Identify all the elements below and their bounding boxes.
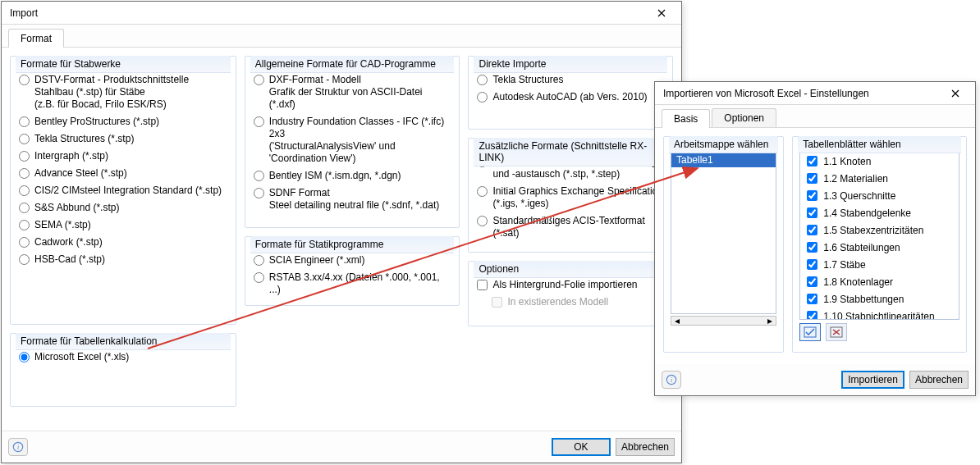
workbook-listbox[interactable]: Tabelle1 [671, 152, 776, 314]
import-buttonbar: i OK Abbrechen [2, 431, 681, 463]
sheet-row-0[interactable]: 1.1 Knoten [800, 153, 959, 170]
radio-stabwerke-input-7[interactable] [19, 220, 30, 230]
close-icon[interactable] [647, 4, 676, 22]
svg-text:i: i [671, 376, 672, 384]
tab-format[interactable]: Format [8, 29, 64, 48]
radio-stabwerke-input-1[interactable] [19, 116, 30, 127]
cancel-button[interactable]: Abbrechen [909, 371, 969, 389]
sheet-row-7[interactable]: 1.8 Knotenlager [800, 273, 959, 290]
radio-stabwerke-input-4[interactable] [19, 168, 30, 179]
sheet-check-1[interactable] [807, 173, 817, 184]
tab-basis[interactable]: Basis [662, 109, 710, 128]
cancel-button[interactable]: Abbrechen [616, 438, 675, 456]
sheet-label-7: 1.8 Knotenlager [823, 276, 893, 288]
radio-rxlink-input-2[interactable] [477, 216, 488, 226]
legend-cad: Allgemeine Formate für CAD-Programme [250, 56, 455, 73]
radio-direkt-0[interactable]: Tekla Structures [475, 71, 666, 89]
scroll-right-icon[interactable]: ▸ [764, 317, 776, 325]
group-tabellenkalkulation: Formate für Tabellenkalkulation Microsof… [10, 333, 236, 407]
check-existierendes-modell: In existierendes Modell [475, 294, 666, 311]
radio-rxlink-1[interactable]: Initial Graphics Exchange Specification … [475, 183, 666, 212]
radio-cad-1[interactable]: Industry Foundation Classes - IFC (*.ifc… [252, 113, 453, 167]
radio-stabwerke-sub-0: (z.B. für Bocad, Frilo ESK/RS) [34, 98, 227, 111]
radio-cad-input-0[interactable] [254, 75, 264, 85]
sheet-check-7[interactable] [807, 276, 817, 287]
radio-stabwerke-input-9[interactable] [19, 254, 30, 265]
radio-statik-input-1[interactable] [254, 272, 264, 283]
import-button[interactable]: Importieren [841, 371, 904, 389]
settings-title: Importieren von Microsoft Excel - Einste… [663, 88, 941, 99]
sheet-check-2[interactable] [807, 190, 817, 201]
radio-stabwerke-0[interactable]: DSTV-Format - Produktschnittstelle Stahl… [17, 71, 229, 113]
sheet-row-6[interactable]: 1.7 Stäbe [800, 256, 959, 273]
legend-sheets: Tabellenblätter wählen [798, 136, 961, 153]
radio-stabwerke-2[interactable]: Tekla Structures (*.stp) [17, 130, 229, 148]
radio-stabwerke-6[interactable]: S&S Abbund (*.stp) [17, 199, 229, 217]
sheet-row-8[interactable]: 1.9 Stabbettungen [800, 290, 959, 308]
help-icon[interactable]: i [8, 438, 28, 456]
help-icon[interactable]: i [662, 371, 681, 389]
radio-cad-0[interactable]: DXF-Format - ModellGrafik der Struktur v… [252, 71, 453, 113]
radio-cad-input-3[interactable] [254, 188, 264, 198]
radio-stabwerke-4[interactable]: Advance Steel (*.stp) [17, 165, 229, 182]
radio-direkt-input-0[interactable] [477, 75, 488, 85]
close-icon[interactable] [941, 84, 970, 103]
radio-microsoft-excel[interactable]: Microsoft Excel (*.xls) [17, 349, 229, 366]
legend-direkt: Direkte Importe [474, 56, 667, 73]
sheets-checklist[interactable]: 1.1 Knoten1.2 Materialien1.3 Querschnitt… [799, 152, 959, 320]
workbook-item[interactable]: Tabelle1 [671, 153, 776, 167]
import-titlebar: Import [2, 2, 681, 25]
sheet-row-4[interactable]: 1.5 Stabexzentrizitäten [800, 221, 959, 239]
radio-rxlink-input-1[interactable] [477, 186, 488, 197]
sheet-check-9[interactable] [807, 311, 817, 319]
sheet-row-3[interactable]: 1.4 Stabendgelenke [800, 204, 959, 221]
ok-button[interactable]: OK [552, 438, 611, 456]
radio-stabwerke-label-0: DSTV-Format - Produktschnittstelle Stahl… [34, 74, 189, 98]
sheet-check-6[interactable] [807, 259, 817, 270]
radio-cad-label-0: DXF-Format - Modell [269, 74, 361, 85]
radio-cad-2[interactable]: Bentley ISM (*.ism.dgn, *.dgn) [252, 167, 453, 185]
sheet-check-4[interactable] [807, 225, 817, 235]
tab-optionen[interactable]: Optionen [712, 108, 776, 127]
sheet-check-8[interactable] [807, 294, 817, 304]
scroll-left-icon[interactable]: ◂ [671, 317, 683, 325]
radio-stabwerke-input-5[interactable] [19, 185, 30, 196]
radio-rxlink-2[interactable]: Standardmäßiges ACIS-Textformat (*.sat) [475, 212, 666, 242]
radio-stabwerke-input-8[interactable] [19, 237, 30, 248]
import-title: Import [10, 7, 647, 19]
radio-statik-1[interactable]: RSTAB 3.xx/4.xx (Dateien *.000, *.001, .… [252, 269, 453, 299]
horizontal-scrollbar[interactable]: ◂ ▸ [671, 316, 776, 326]
radio-cad-3[interactable]: SDNF FormatSteel detailing neutral file … [252, 185, 453, 214]
sheet-row-1[interactable]: 1.2 Materialien [800, 170, 959, 187]
radio-excel-input[interactable] [19, 352, 30, 362]
radio-stabwerke-7[interactable]: SEMA (*.stp) [17, 217, 229, 234]
check-hintergrund[interactable]: Als Hintergrund-Folie importieren [475, 276, 666, 294]
radio-statik-0[interactable]: SCIA Engineer (*.xml) [252, 252, 453, 269]
radio-stabwerke-3[interactable]: Intergraph (*.stp) [17, 148, 229, 165]
radio-direkt-input-1[interactable] [477, 92, 488, 103]
radio-stabwerke-input-2[interactable] [19, 134, 30, 144]
radio-stabwerke-8[interactable]: Cadwork (*.stp) [17, 234, 229, 251]
radio-statik-input-0[interactable] [254, 255, 264, 266]
radio-stabwerke-input-6[interactable] [19, 203, 30, 213]
sheet-row-5[interactable]: 1.6 Stabteilungen [800, 239, 959, 256]
radio-direkt-1[interactable]: Autodesk AutoCAD (ab Vers. 2010) [475, 89, 666, 106]
radio-stabwerke-9[interactable]: HSB-Cad (*.stp) [17, 251, 229, 268]
radio-stabwerke-input-3[interactable] [19, 151, 30, 162]
sheet-check-0[interactable] [807, 156, 817, 166]
radio-stabwerke-5[interactable]: CIS/2 CIMsteel Integration Standard (*.s… [17, 182, 229, 199]
sheet-row-9[interactable]: 1.10 Stabnichtlinearitäten [800, 308, 959, 319]
radio-stabwerke-1[interactable]: Bentley ProStructures (*.stp) [17, 113, 229, 130]
select-all-icon[interactable] [799, 323, 821, 341]
sheet-check-5[interactable] [807, 242, 817, 253]
deselect-all-icon[interactable] [826, 323, 847, 341]
radio-stabwerke-input-0[interactable] [19, 75, 30, 85]
sheet-check-3[interactable] [807, 207, 817, 218]
radio-cad-input-2[interactable] [254, 171, 264, 181]
settings-buttonbar: i Importieren Abbrechen [655, 364, 975, 395]
settings-titlebar: Importieren von Microsoft Excel - Einste… [655, 82, 975, 105]
sheet-row-2[interactable]: 1.3 Querschnitte [800, 187, 959, 204]
radio-cad-input-1[interactable] [254, 116, 264, 127]
check-hintergrund-input[interactable] [477, 280, 488, 290]
group-rxlink: Zusätzliche Formate (Schnittstelle RX-LI… [468, 138, 673, 253]
